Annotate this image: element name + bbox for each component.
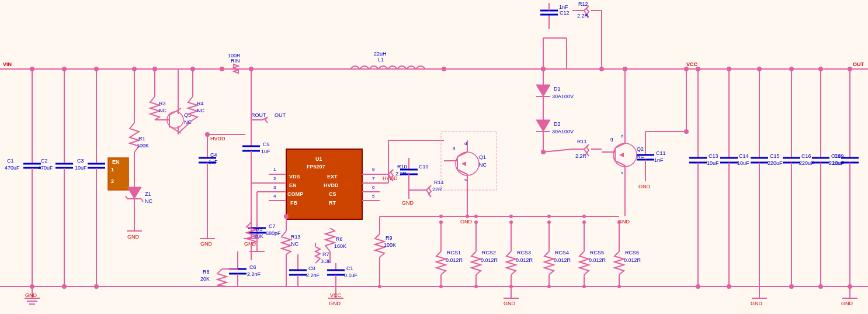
svg-point-35: [132, 67, 137, 71]
pin1-label: 1: [273, 167, 276, 172]
r7-ref: R7: [322, 251, 329, 257]
vcc-label-bottom: VCC: [330, 292, 342, 298]
d2-val: 30A100V: [552, 129, 574, 134]
l1-ref: L1: [378, 57, 384, 63]
svg-point-93: [284, 214, 289, 219]
svg-point-213: [509, 220, 513, 224]
c11-ref: C11: [656, 150, 666, 156]
c1-val: 470uF: [5, 165, 20, 171]
c6-val: 2.2nF: [247, 271, 261, 277]
d1-ref: D1: [554, 86, 561, 92]
svg-point-66: [249, 67, 254, 71]
r6-ref: R6: [336, 236, 343, 242]
c3-ref: C3: [77, 158, 84, 164]
gnd-far-right: GND: [841, 301, 853, 306]
pin-cs: CS: [329, 191, 336, 197]
svg-point-218: [547, 285, 551, 288]
rcs5-ref: RCS5: [590, 250, 604, 256]
c7-val: 680pF: [266, 230, 281, 236]
rcs3-ref: RCS3: [517, 250, 531, 256]
c8-val: 2.2nF: [306, 272, 320, 278]
c13-ref: C13: [709, 153, 718, 159]
r6-val: 160K: [334, 243, 346, 249]
z1-ref: Z1: [145, 191, 151, 197]
r5-val: 20K: [254, 233, 263, 239]
l1-val: 22uH: [374, 51, 387, 57]
svg-point-255: [62, 284, 67, 289]
rcs6-ref: RCS6: [625, 250, 639, 256]
c10-ref: C10: [419, 164, 429, 170]
c15-ref: C15: [770, 153, 780, 159]
svg-point-222: [582, 285, 586, 288]
pin-comp: COMP: [287, 191, 303, 197]
svg-point-217: [547, 220, 551, 224]
pin6-label: 6: [372, 185, 375, 190]
r12-val: 2.2R: [577, 13, 589, 19]
r8-val: 20K: [200, 276, 210, 282]
pin3-label: 3: [273, 185, 276, 190]
svg-point-210: [474, 285, 478, 288]
r8-ref: R8: [203, 269, 210, 275]
r1-val: 100K: [137, 143, 149, 149]
c2-val: 470uF: [38, 165, 53, 171]
r9-ref: R9: [386, 235, 393, 241]
c15-val: 220uF: [768, 160, 783, 166]
r4-val: NC: [197, 108, 204, 113]
svg-point-252: [684, 129, 689, 134]
svg-point-61: [220, 67, 224, 71]
c12-val: 1nF: [559, 4, 568, 10]
out-rout: OUT: [275, 112, 286, 118]
c16-ref: C16: [801, 153, 811, 159]
schematic-canvas: VIN C1 470uF C2 470uF C3 10uF 1 2 EN: [0, 0, 868, 314]
rcs5-val: 0.012R: [589, 257, 606, 263]
svg-point-235: [509, 215, 513, 218]
c5-val: 1uF: [261, 149, 270, 154]
svg-point-236: [547, 215, 551, 218]
rcs4-val: 0.012R: [554, 257, 571, 263]
c19-val: 10uF: [832, 160, 845, 166]
r4-ref: R4: [197, 101, 204, 106]
c8-ref: C8: [308, 265, 315, 271]
ic-u1-name: U1: [315, 156, 322, 162]
q2-g: g: [610, 136, 613, 142]
q2-d: d: [621, 133, 623, 139]
vcc-label-top: VCC: [686, 61, 698, 67]
gnd-c1: GND: [25, 292, 37, 298]
rcs4-ref: RCS4: [555, 250, 569, 256]
pin8-label: 8: [372, 167, 375, 172]
rcs2-ref: RCS2: [482, 250, 496, 256]
q1-ref: Q1: [479, 154, 486, 160]
rcs1-val: 0.012R: [446, 257, 463, 263]
svg-point-231: [378, 285, 381, 288]
svg-point-233: [439, 215, 443, 218]
gnd-right: GND: [751, 301, 763, 306]
rcs2-val: 0.012R: [481, 257, 498, 263]
pin-vds: VDS: [289, 174, 300, 180]
q1-d: d: [464, 141, 467, 146]
c1-ref: C1: [7, 158, 14, 164]
gnd-c4: GND: [200, 241, 213, 247]
r9-val: 100K: [384, 242, 396, 248]
c12-ref: C12: [560, 10, 570, 16]
rin-val: 100R: [228, 53, 241, 58]
pin-en: EN: [289, 182, 297, 188]
svg-point-19: [94, 67, 99, 71]
svg-point-256: [94, 284, 99, 289]
svg-point-206: [439, 285, 443, 288]
svg-point-209: [474, 220, 478, 224]
r3-ref: R3: [159, 101, 166, 106]
connector-1: 1: [111, 167, 114, 172]
svg-point-17: [30, 67, 34, 71]
c3-val: 10uF: [75, 165, 87, 171]
pin5-label: 5: [372, 194, 375, 199]
rin-ref: RIN: [231, 58, 240, 64]
svg-point-245: [442, 67, 446, 71]
c4-ref: C4: [210, 152, 217, 158]
pin-fb: FB: [290, 200, 297, 206]
en-label-conn: EN: [112, 159, 120, 165]
c1b-val: 0.1uF: [344, 272, 358, 278]
pin4-label: 4: [273, 194, 276, 199]
svg-point-254: [30, 284, 34, 289]
c2-ref: C2: [41, 158, 48, 164]
svg-rect-0: [0, 0, 868, 314]
